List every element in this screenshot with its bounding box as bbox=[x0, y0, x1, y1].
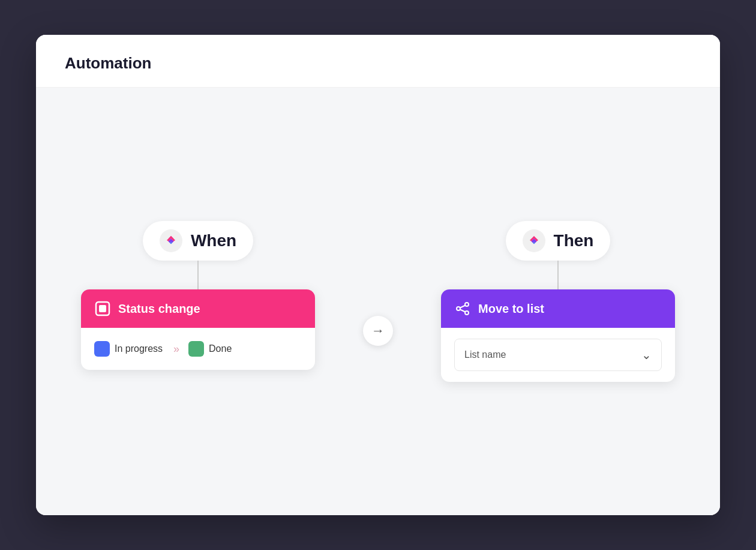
automation-canvas-area: When Status change bbox=[36, 88, 720, 515]
svg-rect-1 bbox=[99, 305, 106, 312]
to-status-badge: Done bbox=[188, 341, 232, 357]
svg-point-3 bbox=[465, 311, 469, 315]
done-dot bbox=[188, 341, 204, 357]
status-change-icon bbox=[94, 300, 111, 317]
automation-flow: When Status change bbox=[60, 221, 696, 382]
when-label: When bbox=[191, 231, 236, 250]
right-arrow-icon: → bbox=[371, 323, 385, 339]
page-header: Automation bbox=[36, 35, 720, 88]
svg-line-5 bbox=[460, 306, 466, 308]
svg-line-6 bbox=[460, 310, 466, 312]
list-name-placeholder: List name bbox=[464, 349, 506, 360]
then-column: Then bbox=[441, 221, 675, 382]
then-pill: Then bbox=[506, 221, 611, 261]
svg-point-2 bbox=[465, 303, 469, 306]
chevrons-icon: » bbox=[173, 343, 178, 355]
from-status-label: In progress bbox=[115, 343, 163, 354]
flow-arrow-container: → bbox=[363, 316, 393, 346]
then-card[interactable]: Move to list List name ⌄ bbox=[441, 289, 675, 382]
from-status-badge: In progress bbox=[94, 341, 163, 357]
list-name-dropdown[interactable]: List name ⌄ bbox=[454, 339, 662, 371]
in-progress-dot bbox=[94, 341, 110, 357]
when-pill: When bbox=[143, 221, 253, 261]
move-to-list-icon bbox=[454, 300, 471, 317]
when-card[interactable]: Status change In progress » Done bbox=[81, 289, 315, 370]
when-card-header: Status change bbox=[81, 289, 315, 328]
when-logo bbox=[160, 229, 182, 252]
when-card-body: In progress » Done bbox=[81, 328, 315, 370]
then-card-title: Move to list bbox=[478, 302, 544, 316]
then-label: Then bbox=[554, 231, 594, 250]
then-card-header: Move to list bbox=[441, 289, 675, 328]
page-title: Automation bbox=[65, 54, 691, 73]
when-card-title: Status change bbox=[118, 302, 200, 316]
automation-window: Automation bbox=[36, 35, 720, 515]
then-connector-line bbox=[557, 261, 559, 289]
when-connector-line bbox=[197, 261, 199, 289]
then-card-body: List name ⌄ bbox=[441, 328, 675, 382]
svg-point-4 bbox=[457, 307, 460, 310]
to-status-label: Done bbox=[209, 343, 232, 354]
when-column: When Status change bbox=[81, 221, 315, 370]
flow-arrow-icon: → bbox=[363, 316, 393, 346]
chevron-down-icon: ⌄ bbox=[641, 348, 652, 362]
then-logo bbox=[523, 229, 545, 252]
